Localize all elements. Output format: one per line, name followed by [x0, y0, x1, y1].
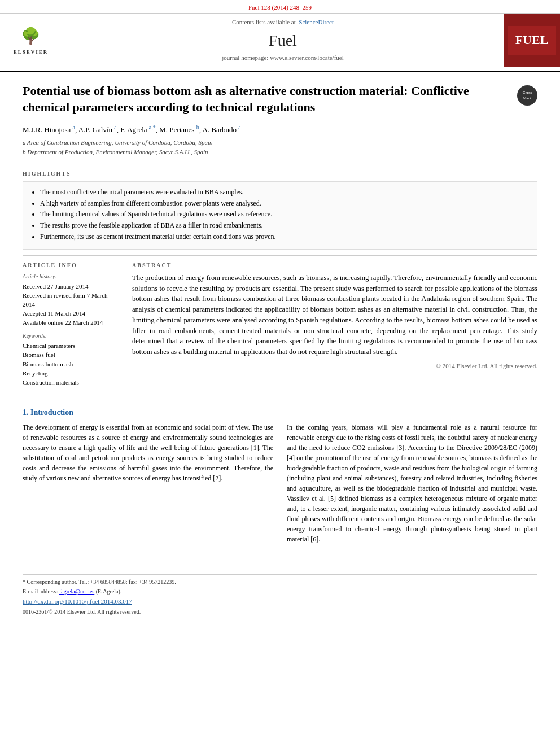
divider-2 — [23, 255, 537, 256]
article-info-block: Article history: Received 27 January 201… — [23, 273, 119, 387]
copyright-notice: © 2014 Elsevier Ltd. All rights reserved… — [132, 362, 537, 370]
fuel-logo-box: FUEL — [504, 14, 560, 67]
info-abstract-cols: ARTICLE INFO Article history: Received 2… — [23, 261, 537, 393]
doi-link[interactable]: http://dx.doi.org/10.1016/j.fuel.2014.03… — [23, 598, 132, 605]
intro-title: 1. Introduction — [23, 407, 537, 418]
elsevier-brand-text: ELSEVIER — [14, 49, 49, 56]
abstract-col: ABSTRACT The production of energy from r… — [132, 261, 537, 393]
intro-section: 1. Introduction The development of energ… — [23, 407, 537, 549]
list-item: The most conflictive chemical parameters… — [40, 187, 529, 197]
journal-center: Contents lists available at ScienceDirec… — [62, 14, 504, 67]
accepted-date: Accepted 11 March 2014 — [23, 309, 119, 318]
keyword-item: Recycling — [23, 369, 119, 378]
section-number: 1. — [23, 408, 29, 417]
keyword-item: Biomass bottom ash — [23, 360, 119, 369]
email-link[interactable]: fagrela@uco.es — [59, 588, 94, 595]
keyword-item: Construction materials — [23, 378, 119, 387]
history-group: Article history: Received 27 January 201… — [23, 273, 119, 327]
article-info-col: ARTICLE INFO Article history: Received 2… — [23, 261, 119, 393]
history-label: Article history: — [23, 273, 119, 281]
sciencedirect-link[interactable]: ScienceDirect — [299, 19, 334, 25]
article-title: Potential use of biomass bottom ash as a… — [23, 83, 537, 115]
email-suffix: (F. Agrela). — [96, 588, 122, 595]
list-item: A high variety of samples from different… — [40, 199, 529, 208]
journal-name: Fuel — [269, 29, 297, 51]
intro-col-right: In the coming years, biomass will play a… — [287, 422, 537, 549]
highlights-label: HIGHLIGHTS — [23, 170, 537, 178]
authors-line: M.J.R. Hinojosa a, A.P. Galvín a, F. Agr… — [23, 124, 537, 136]
journal-header: Fuel 128 (2014) 248–259 🌳 ELSEVIER Conte… — [0, 0, 560, 72]
affiliation-b: b Department of Production, Environmenta… — [23, 148, 537, 156]
journal-homepage: journal homepage: www.elsevier.com/locat… — [222, 54, 344, 62]
fuel-logo-text: FUEL — [515, 32, 549, 49]
corresponding-note: * Corresponding author. Tel.: +34 685844… — [23, 574, 537, 596]
email-line: E-mail address: fagrela@uco.es (F. Agrel… — [23, 588, 537, 596]
footer-issn: 0016-2361/© 2014 Elsevier Ltd. All right… — [23, 608, 537, 616]
elsevier-tree-icon: 🌳 — [21, 25, 41, 47]
list-item: The results prove the feasible applicati… — [40, 221, 529, 230]
crossmark: Cross Mark — [517, 85, 537, 106]
abstract-label: ABSTRACT — [132, 261, 537, 269]
article-info-label: ARTICLE INFO — [23, 261, 119, 269]
crossmark-icon: Cross Mark — [517, 85, 537, 106]
abstract-paragraph: The production of energy from renewable … — [132, 273, 537, 357]
keywords-label: Keywords: — [23, 332, 119, 340]
corresponding-author-note: * Corresponding author. Tel.: +34 685844… — [23, 578, 537, 586]
highlights-section: HIGHLIGHTS The most conflictive chemical… — [23, 170, 537, 250]
keyword-item: Chemical parameters — [23, 342, 119, 350]
divider-3 — [23, 399, 537, 399]
article-content: Cross Mark Potential use of biomass bott… — [0, 72, 560, 560]
elsevier-logo: 🌳 ELSEVIER — [0, 14, 62, 67]
abstract-text: The production of energy from renewable … — [132, 273, 537, 357]
highlights-list: The most conflictive chemical parameters… — [31, 187, 529, 242]
page: Fuel 128 (2014) 248–259 🌳 ELSEVIER Conte… — [0, 0, 560, 747]
intro-right-para: In the coming years, biomass will play a… — [287, 422, 537, 544]
intro-body-cols: The development of energy is essential f… — [23, 422, 537, 549]
page-footer: * Corresponding author. Tel.: +34 685844… — [0, 566, 560, 619]
affiliation-a: a Area of Construction Engineering, Univ… — [23, 138, 537, 147]
contents-line: Contents lists available at ScienceDirec… — [232, 18, 334, 27]
journal-citation: Fuel 128 (2014) 248–259 — [0, 0, 560, 13]
footer-doi: http://dx.doi.org/10.1016/j.fuel.2014.03… — [23, 597, 537, 606]
intro-col-left: The development of energy is essential f… — [23, 422, 273, 549]
available-date: Available online 22 March 2014 — [23, 318, 119, 327]
keyword-item: Biomass fuel — [23, 351, 119, 359]
highlights-box: The most conflictive chemical parameters… — [23, 181, 537, 250]
list-item: Furthermore, its use as cement treatment… — [40, 232, 529, 242]
keywords-block: Keywords: Chemical parameters Biomass fu… — [23, 332, 119, 387]
revised-date: Received in revised form 7 March 2014 — [23, 291, 119, 309]
divider-1 — [23, 164, 537, 164]
intro-left-para: The development of energy is essential f… — [23, 422, 273, 483]
list-item: The limiting chemical values of Spanish … — [40, 209, 529, 219]
received-date: Received 27 January 2014 — [23, 282, 119, 291]
affiliations: a Area of Construction Engineering, Univ… — [23, 138, 537, 157]
email-label: E-mail address: — [23, 588, 58, 595]
journal-banner: 🌳 ELSEVIER Contents lists available at S… — [0, 13, 560, 67]
title-area: Cross Mark Potential use of biomass bott… — [23, 83, 537, 115]
fuel-logo-inner: FUEL — [508, 26, 557, 55]
section-title-text: Introduction — [30, 408, 73, 417]
